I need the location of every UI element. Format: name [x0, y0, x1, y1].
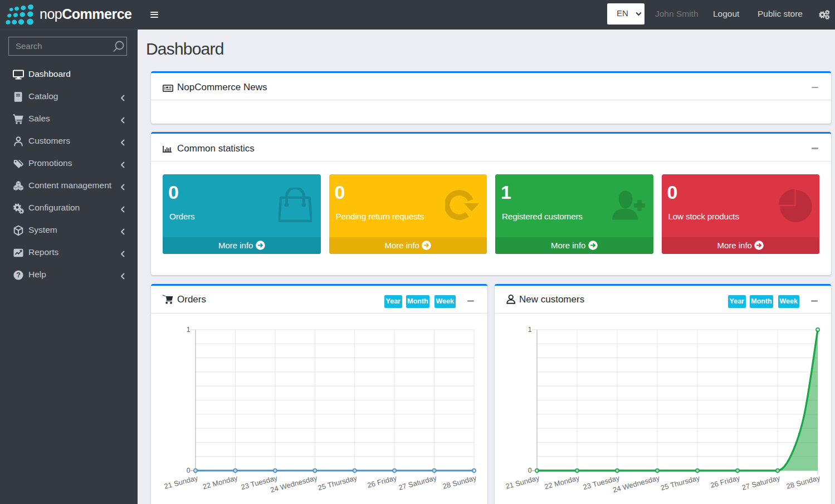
svg-text:1: 1 — [187, 326, 191, 334]
svg-text:21 Sunday: 21 Sunday — [163, 473, 199, 491]
svg-text:28 Sunday: 28 Sunday — [442, 473, 477, 491]
svg-text:25 Thursday: 25 Thursday — [660, 473, 701, 492]
svg-text:22 Monday: 22 Monday — [544, 473, 580, 491]
svg-text:24 Wednesday: 24 Wednesday — [612, 473, 661, 494]
svg-text:27 Saturday: 27 Saturday — [398, 473, 438, 492]
svg-text:0: 0 — [187, 467, 191, 474]
svg-text:0: 0 — [528, 467, 532, 474]
svg-text:21 Sunday: 21 Sunday — [505, 473, 540, 491]
svg-text:26 Friday: 26 Friday — [710, 473, 741, 490]
svg-text:1: 1 — [528, 326, 532, 334]
svg-text:25 Thursday: 25 Thursday — [317, 473, 358, 492]
svg-text:27 Saturday: 27 Saturday — [741, 473, 781, 492]
svg-text:?: ? — [16, 271, 21, 279]
svg-text:26 Friday: 26 Friday — [367, 473, 398, 490]
svg-text:28 Sunday: 28 Sunday — [785, 473, 821, 491]
svg-text:22 Monday: 22 Monday — [202, 473, 238, 491]
